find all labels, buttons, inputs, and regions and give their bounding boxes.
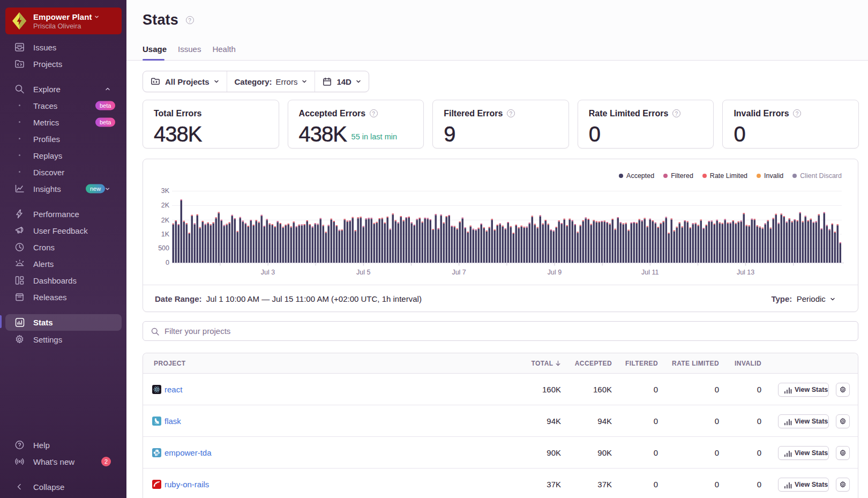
- svg-text:Jul 11: Jul 11: [641, 269, 659, 276]
- svg-text:0: 0: [166, 259, 169, 266]
- svg-text:2K: 2K: [161, 202, 170, 209]
- svg-text:2K: 2K: [161, 217, 170, 224]
- svg-text:500: 500: [158, 244, 169, 252]
- svg-text:Jul 13: Jul 13: [737, 269, 754, 276]
- svg-text:Jul 7: Jul 7: [452, 269, 466, 276]
- svg-text:1K: 1K: [161, 231, 170, 238]
- svg-text:Jul 9: Jul 9: [548, 269, 562, 276]
- svg-text:Jul 3: Jul 3: [261, 269, 275, 276]
- svg-text:3K: 3K: [161, 187, 170, 195]
- svg-text:Jul 5: Jul 5: [356, 269, 370, 276]
